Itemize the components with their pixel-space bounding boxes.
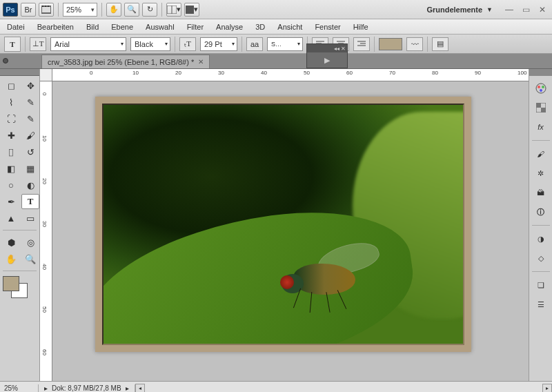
- brush-tool[interactable]: 🖌: [21, 128, 39, 143]
- horizontal-scrollbar[interactable]: ◂ ▸: [135, 384, 552, 393]
- text-orientation-btn[interactable]: ⊥T: [30, 37, 46, 51]
- rotate-view-btn[interactable]: ↻: [142, 3, 157, 17]
- right-panel-strip: fx 🖌 ✲ 🏔 ⓘ ◑ ◇ ❏ ☰: [529, 69, 552, 381]
- maximize-button[interactable]: ▭: [520, 5, 531, 14]
- workspace-select[interactable]: Grundelemente▼: [420, 3, 500, 17]
- chevron-right-icon[interactable]: ▸: [126, 384, 129, 392]
- dodge-tool[interactable]: ◐: [21, 177, 39, 193]
- minibridge-button[interactable]: [39, 3, 54, 17]
- swatches-panel-icon[interactable]: [531, 99, 551, 117]
- zoom-tool-btn[interactable]: 🔍: [124, 3, 139, 17]
- screen-icon: [186, 6, 194, 14]
- menu-hilfe[interactable]: Hilfe: [353, 23, 368, 31]
- rotate-icon: ↻: [147, 5, 153, 14]
- menu-bearbeiten[interactable]: Bearbeiten: [37, 23, 74, 31]
- 3d-camera-tool[interactable]: ◎: [21, 235, 39, 250]
- screen-mode-btn[interactable]: ▾: [184, 3, 199, 17]
- type-tool-preset[interactable]: T: [4, 37, 21, 52]
- menu-3d[interactable]: 3D: [255, 23, 265, 31]
- hand-tool[interactable]: ✋: [2, 251, 20, 266]
- lasso-tool[interactable]: ⌇: [2, 95, 20, 110]
- quick-select-tool[interactable]: ✎: [21, 95, 39, 110]
- channels-panel-icon[interactable]: ☰: [531, 295, 551, 313]
- tools-panel-header[interactable]: [0, 69, 39, 76]
- collapse-icon[interactable]: ◂◂: [334, 46, 339, 52]
- ruler-origin[interactable]: [40, 69, 52, 81]
- svg-rect-23: [541, 108, 546, 112]
- panel-header: ◂◂ ✕: [307, 44, 347, 52]
- expand-tabs-btn[interactable]: [3, 58, 8, 63]
- font-family-select[interactable]: Arial: [50, 37, 126, 51]
- foreground-color-swatch[interactable]: [3, 276, 19, 291]
- tab-close-icon[interactable]: ✕: [198, 58, 204, 66]
- collapsed-panel[interactable]: ◂◂ ✕ ▶: [306, 43, 348, 68]
- anti-alias-label: aa: [246, 37, 263, 51]
- menu-fenster[interactable]: Fenster: [315, 23, 340, 31]
- anti-alias-select[interactable]: S…: [267, 37, 303, 51]
- eraser-tool[interactable]: ◧: [2, 161, 20, 176]
- shape-tool[interactable]: ▭: [21, 210, 39, 226]
- tools-panel: ◻ ✥ ⌇ ✎ ⛶ ✎ ✚ 🖌 ⌷ ↺ ◧ ▦ ○ ◐ ✒ T ▲ ▭ ⬢ ◎ …: [0, 69, 40, 381]
- horizontal-ruler[interactable]: 0 10 20 30 40 50 60 70 80 90 100: [52, 69, 529, 81]
- styles-panel-icon[interactable]: fx: [531, 118, 551, 136]
- menu-datei[interactable]: Datei: [7, 23, 25, 31]
- zoom-icon: 🔍: [127, 5, 137, 14]
- nav-panel-icon[interactable]: 🏔: [531, 184, 551, 202]
- expand-icon[interactable]: ▸: [44, 384, 48, 392]
- play-icon[interactable]: ▶: [324, 56, 330, 65]
- svg-point-18: [538, 86, 540, 88]
- brush-panel-icon[interactable]: 🖌: [531, 145, 551, 163]
- adjustments-panel-icon[interactable]: ◑: [531, 230, 551, 248]
- history-brush-tool[interactable]: ↺: [21, 144, 39, 159]
- clone-panel-icon[interactable]: ✲: [531, 164, 551, 182]
- document-tab[interactable]: crw_3583.jpg bei 25% (Ebene 1, RGB/8#) *…: [41, 55, 210, 68]
- svg-rect-4: [48, 6, 49, 7]
- crop-tool[interactable]: ⛶: [2, 111, 20, 126]
- svg-rect-1: [42, 7, 50, 12]
- marquee-tool[interactable]: ◻: [2, 78, 20, 93]
- 3d-tool[interactable]: ⬢: [2, 235, 20, 250]
- panel-close-icon[interactable]: ✕: [341, 46, 346, 52]
- align-right-btn[interactable]: [353, 37, 370, 51]
- masks-panel-icon[interactable]: ◇: [531, 249, 551, 267]
- arrange-docs-btn[interactable]: ▾: [166, 3, 181, 17]
- status-doc-info[interactable]: ▸ Dok: 8,97 MB/27,8 MB ▸: [39, 384, 135, 392]
- zoom-select[interactable]: 25%: [63, 3, 97, 17]
- color-swatches: [0, 273, 39, 301]
- canvas-area: 0 10 20 30 40 50 60 70 80 90 100 0 10 20…: [40, 69, 529, 381]
- gradient-tool[interactable]: ▦: [21, 161, 39, 176]
- menu-bild[interactable]: Bild: [86, 23, 99, 31]
- text-color-swatch[interactable]: [379, 38, 402, 50]
- menu-auswahl[interactable]: Auswahl: [146, 23, 175, 31]
- document-canvas[interactable]: [52, 81, 529, 381]
- move-tool[interactable]: ✥: [21, 78, 39, 93]
- menu-ansicht[interactable]: Ansicht: [277, 23, 302, 31]
- scroll-right-btn[interactable]: ▸: [542, 384, 552, 393]
- menu-ebene[interactable]: Ebene: [111, 23, 133, 31]
- menu-filter[interactable]: Filter: [187, 23, 204, 31]
- blur-tool[interactable]: ○: [2, 177, 20, 193]
- hand-tool-btn[interactable]: ✋: [106, 3, 121, 17]
- path-select-tool[interactable]: ▲: [2, 210, 20, 226]
- menu-analyse[interactable]: Analyse: [216, 23, 243, 31]
- status-zoom[interactable]: 25%: [0, 384, 39, 392]
- right-panel-header[interactable]: [529, 69, 552, 76]
- character-panel-btn[interactable]: ▤: [432, 37, 448, 51]
- layers-panel-icon[interactable]: ❏: [531, 276, 551, 294]
- close-button[interactable]: ✕: [537, 5, 548, 14]
- color-panel-icon[interactable]: [531, 79, 551, 97]
- font-style-select[interactable]: Black: [130, 37, 170, 51]
- pen-tool[interactable]: ✒: [2, 194, 20, 209]
- bridge-button[interactable]: Br: [21, 3, 36, 17]
- zoom-tool[interactable]: 🔍: [21, 251, 39, 266]
- scroll-left-btn[interactable]: ◂: [135, 384, 145, 393]
- healing-tool[interactable]: ✚: [2, 128, 20, 143]
- eyedropper-tool[interactable]: ✎: [21, 111, 39, 126]
- type-tool[interactable]: T: [21, 194, 39, 209]
- vertical-ruler[interactable]: 0 10 20 30 40 50 60: [40, 81, 52, 381]
- info-panel-icon[interactable]: ⓘ: [531, 203, 551, 221]
- font-size-select[interactable]: 29 Pt: [200, 37, 237, 51]
- warp-text-btn[interactable]: 〰: [406, 37, 423, 51]
- stamp-tool[interactable]: ⌷: [2, 144, 20, 159]
- minimize-button[interactable]: —: [504, 5, 515, 14]
